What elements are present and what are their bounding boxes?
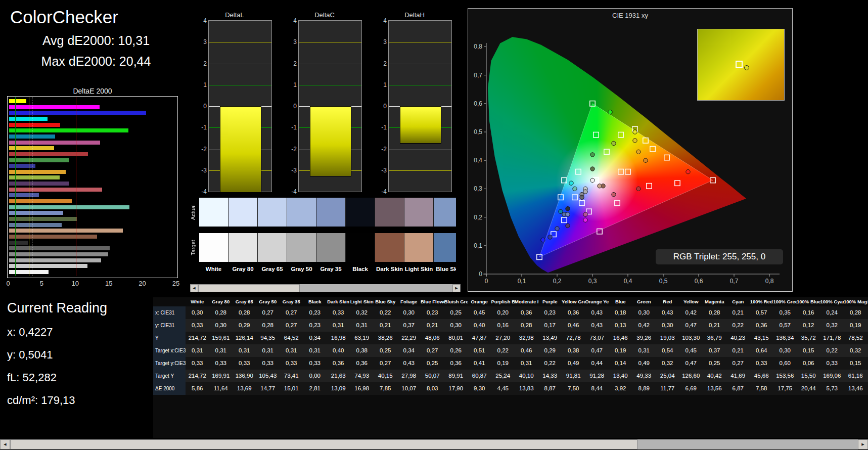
table-cell: 73,41 — [280, 370, 303, 382]
axis-tick-label: 25 — [172, 280, 179, 287]
scrollbar-thumb[interactable] — [198, 284, 300, 292]
measured-marker — [590, 167, 595, 171]
target-marker — [618, 132, 623, 137]
table-scrollbar[interactable]: ◀ ▶ — [0, 439, 868, 449]
scroll-right-icon[interactable]: ▶ — [858, 439, 868, 449]
measured-marker — [612, 141, 616, 145]
axis-tick-label: 15 — [105, 280, 112, 287]
table-cell: 0,47 — [679, 357, 703, 370]
target-marker — [579, 200, 584, 205]
column-header: Green — [632, 297, 656, 306]
table-cell: 0,31 — [186, 344, 209, 357]
x-tick-label: 0,4 — [624, 278, 632, 285]
chart-title: DeltaL — [196, 11, 273, 20]
table-cell: 0,18 — [609, 306, 632, 319]
column-header: Gray 50 — [256, 297, 280, 306]
inset-measured-marker — [744, 65, 749, 70]
deltae-bar — [9, 252, 109, 257]
axis-tick-label: -3 — [287, 167, 297, 174]
measured-marker — [633, 139, 637, 143]
table-cell: 5,73 — [820, 382, 844, 395]
deltae-bar — [9, 110, 147, 115]
table-cell: 0,28 — [844, 306, 867, 319]
scrollbar-track[interactable] — [10, 439, 858, 449]
table-cell: 32,98 — [515, 332, 538, 344]
measured-marker — [612, 192, 616, 196]
axis-tick-label: 2 — [377, 60, 387, 67]
table-cell: 0,22 — [726, 319, 750, 332]
table-cell: 0,60 — [773, 357, 797, 370]
table-cell: 25,24 — [491, 370, 515, 382]
table-cell: 103,30 — [679, 332, 703, 344]
axis-tick-label: 3 — [197, 38, 207, 46]
table-cell: 0,21 — [374, 319, 397, 332]
deltae-bar — [9, 122, 61, 127]
table-cell: 40,42 — [703, 370, 726, 382]
table-cell: 13,09 — [327, 382, 350, 395]
swatch-target-light-skin — [404, 233, 433, 262]
table-cell: 0,42 — [679, 306, 703, 319]
chart-plot: 43210-1-2-3-4 — [388, 20, 452, 192]
x-tick-label: 0,7 — [730, 278, 739, 285]
measured-marker — [566, 207, 570, 211]
current-reading-title: Current Reading — [7, 300, 107, 316]
table-cell: 0,33 — [186, 357, 209, 370]
table-cell: 13,56 — [703, 382, 726, 395]
table-cell: 0,22 — [538, 357, 562, 370]
table-cell: 171,78 — [820, 332, 844, 344]
table-cell: 7,85 — [374, 382, 397, 395]
table-cell: 0,19 — [491, 357, 515, 370]
reading-cdm2: cd/m²: 179,13 — [7, 394, 107, 407]
swatch-scrollbar[interactable]: ◀ ▶ — [190, 284, 461, 292]
table-cell: 17,75 — [773, 382, 797, 395]
grid-line — [299, 42, 361, 42]
table-cell: 136,34 — [773, 332, 797, 344]
measured-marker — [580, 195, 584, 199]
table-cell: 0,43 — [397, 357, 421, 370]
table-row-label: ΔE 2000 — [153, 382, 186, 395]
table-cell: 0,30 — [444, 319, 468, 332]
table-cell: 0,38 — [562, 344, 585, 357]
scroll-left-icon[interactable]: ◀ — [190, 284, 198, 292]
table-cell: 0,47 — [679, 319, 703, 332]
table-cell: 0,31 — [350, 319, 374, 332]
x-tick-label: 0,2 — [553, 278, 562, 285]
table-cell: 0,22 — [374, 306, 397, 319]
deltae-bar — [9, 99, 27, 104]
axis-tick-label: -4 — [377, 188, 387, 195]
target-row-label: Target — [190, 233, 198, 262]
target-marker — [618, 169, 623, 174]
table-cell: 0,49 — [632, 357, 656, 370]
table-cell: 91,81 — [562, 370, 585, 382]
column-header: Orange Yellow — [585, 297, 609, 306]
table-cell: 0,36 — [444, 357, 468, 370]
target-swatch-row — [199, 233, 456, 262]
table-cell: 15,01 — [280, 382, 303, 395]
scrollbar-thumb[interactable] — [10, 439, 637, 449]
deltae-bar — [9, 193, 39, 198]
table-cell: 13,69 — [233, 382, 256, 395]
axis-tick-label: 0 — [197, 103, 207, 110]
scroll-left-icon[interactable]: ◀ — [0, 439, 10, 449]
table-cell: 169,91 — [209, 370, 233, 382]
column-header: 100% Green — [773, 297, 797, 306]
y-tick-label: 0,6 — [474, 100, 482, 107]
table-cell: 0,38 — [350, 344, 374, 357]
table-cell: 8,03 — [421, 382, 444, 395]
table-cell: 0,40 — [327, 344, 350, 357]
table-cell: 16,98 — [350, 382, 374, 395]
y-tick-label: 0,1 — [474, 242, 482, 249]
table-cell: 16,98 — [327, 332, 350, 344]
measurement-grid: WhiteGray 80Gray 65Gray 50Gray 35BlackDa… — [153, 297, 868, 395]
table-cell: 0,27 — [280, 319, 303, 332]
axis-tick-label: -1 — [377, 124, 387, 131]
table-cell: 0,31 — [233, 344, 256, 357]
scrollbar-track[interactable] — [198, 284, 452, 292]
scroll-right-icon[interactable]: ▶ — [452, 284, 461, 292]
target-marker — [647, 184, 652, 189]
column-header: Red — [656, 297, 679, 306]
table-cell: 0,26 — [444, 344, 468, 357]
chart-title: DeltaC — [286, 11, 363, 20]
measured-marker — [583, 212, 587, 216]
axis-tick-label: -1 — [287, 124, 297, 131]
